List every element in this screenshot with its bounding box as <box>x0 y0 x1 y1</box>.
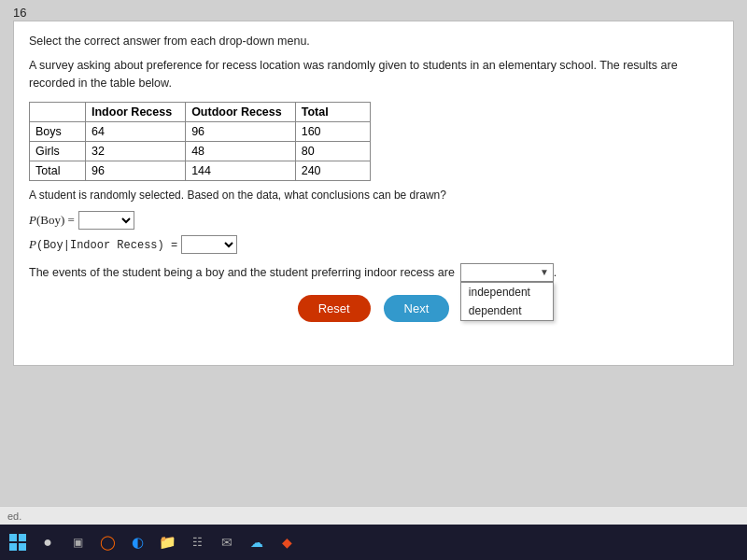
search-icon[interactable]: ● <box>37 532 58 553</box>
formula2-row: P(Boy|Indoor Recess) = 2/3 1/3 2/5 <box>29 235 718 254</box>
row-girls-total: 80 <box>295 141 370 161</box>
cloud-icon[interactable]: ☁ <box>247 532 267 553</box>
description-text: A survey asking about preference for rec… <box>29 57 718 92</box>
table-header-empty <box>30 102 86 121</box>
events-dropdown-container[interactable]: ▼ independent dependent <box>460 263 554 282</box>
row-girls-label: Girls <box>30 141 86 161</box>
bottom-status-bar: ed. <box>0 506 747 525</box>
browser-icon[interactable]: ◯ <box>97 532 118 553</box>
table-header-total: Total <box>295 102 370 121</box>
formula2-dropdown[interactable]: 2/3 1/3 2/5 <box>181 235 237 254</box>
svg-rect-2 <box>9 543 17 551</box>
apps-icon[interactable]: ☷ <box>187 532 207 553</box>
formula1-dropdown[interactable]: 2/5 1/3 2/3 <box>78 211 134 230</box>
main-content: Select the correct answer from each drop… <box>13 21 734 366</box>
option-independent[interactable]: independent <box>461 283 553 301</box>
formula1-row: P(Boy) = 2/5 1/3 2/3 <box>29 211 718 230</box>
table-row: Total 96 144 240 <box>30 161 371 180</box>
events-dropdown-popup: independent dependent <box>460 282 554 321</box>
task-view-icon[interactable]: ▣ <box>67 532 88 553</box>
row-total-indoor: 96 <box>86 161 186 180</box>
table-row: Girls 32 48 80 <box>30 141 371 161</box>
office-icon[interactable]: ◆ <box>276 532 297 553</box>
row-total-label: Total <box>30 161 86 180</box>
student-note: A student is randomly selected. Based on… <box>29 189 718 202</box>
taskbar: ● ▣ ◯ ◐ 📁 ☷ ✉ ☁ ◆ <box>0 525 747 560</box>
events-row: The events of the student being a boy an… <box>29 263 718 282</box>
formula1-text: P(Boy) = <box>29 213 75 228</box>
status-text: ed. <box>7 511 21 522</box>
row-boys-indoor: 64 <box>86 121 186 141</box>
row-boys-label: Boys <box>30 121 86 141</box>
instruction-text: Select the correct answer from each drop… <box>29 35 718 48</box>
page-number: 16 <box>13 6 26 20</box>
buttons-row: Reset Next <box>29 295 718 322</box>
table-header-indoor: Indoor Recess <box>86 102 186 121</box>
formula2-text: P(Boy|Indoor Recess) = <box>29 237 177 252</box>
table-row: Boys 64 96 160 <box>30 121 371 141</box>
windows-start-icon[interactable] <box>7 532 28 553</box>
row-total-outdoor: 144 <box>186 161 296 180</box>
row-boys-total: 160 <box>295 121 370 141</box>
svg-rect-3 <box>19 543 26 551</box>
svg-rect-0 <box>9 534 17 541</box>
events-prefix-text: The events of the student being a boy an… <box>29 266 455 279</box>
data-table: Indoor Recess Outdoor Recess Total Boys … <box>29 102 371 181</box>
reset-button[interactable]: Reset <box>298 295 371 322</box>
row-total-total: 240 <box>295 161 370 180</box>
events-suffix-text: . <box>554 266 557 279</box>
row-girls-outdoor: 48 <box>186 141 296 161</box>
option-dependent[interactable]: dependent <box>461 301 553 320</box>
edge-icon[interactable]: ◐ <box>127 532 148 553</box>
row-boys-outdoor: 96 <box>186 121 296 141</box>
next-button[interactable]: Next <box>384 295 450 322</box>
svg-rect-1 <box>19 534 26 541</box>
table-header-outdoor: Outdoor Recess <box>186 102 296 121</box>
chevron-down-icon: ▼ <box>540 267 549 277</box>
folder-icon[interactable]: 📁 <box>157 532 177 553</box>
events-dropdown-trigger[interactable]: ▼ <box>460 263 554 282</box>
row-girls-indoor: 32 <box>86 141 186 161</box>
mail-icon[interactable]: ✉ <box>217 532 237 553</box>
